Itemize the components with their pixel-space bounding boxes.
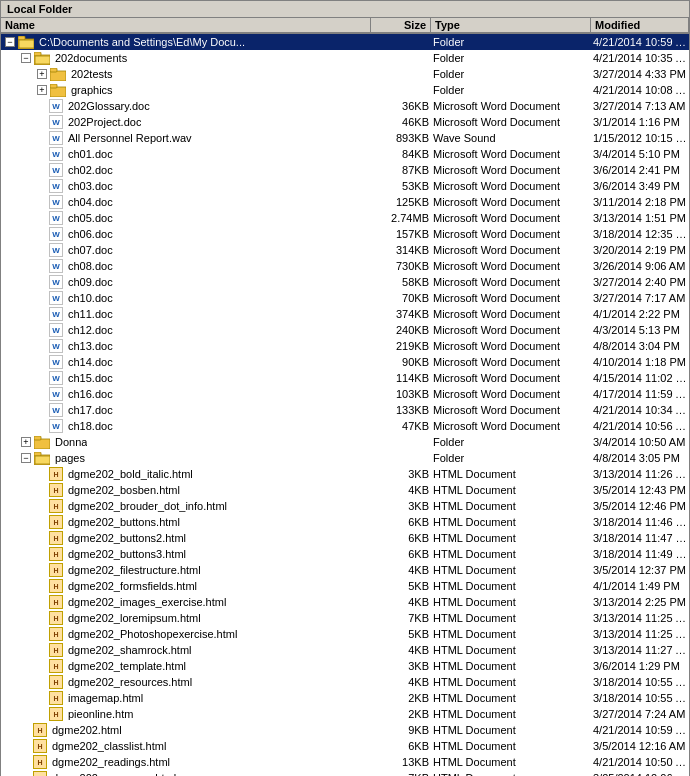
expand-button[interactable]: −: [21, 53, 31, 63]
file-size-cell: 70KB: [371, 292, 431, 304]
list-item[interactable]: Hpieonline.htm2KBHTML Document3/27/2014 …: [1, 706, 689, 722]
list-item[interactable]: Himagemap.html2KBHTML Document3/18/2014 …: [1, 690, 689, 706]
list-item[interactable]: Hdgme202_bold_italic.html3KBHTML Documen…: [1, 466, 689, 482]
list-item[interactable]: + graphicsFolder4/21/2014 10:08 AM: [1, 82, 689, 98]
list-item[interactable]: W202Glossary.doc36KBMicrosoft Word Docum…: [1, 98, 689, 114]
html-file-icon: H: [33, 739, 47, 753]
expand-button[interactable]: −: [21, 453, 31, 463]
file-modified-cell: 3/6/2014 3:49 PM: [591, 180, 689, 192]
list-item[interactable]: Wch18.doc47KBMicrosoft Word Document4/21…: [1, 418, 689, 434]
file-name-cell: − 202documents: [1, 51, 371, 65]
file-name-text: dgme202_buttons.html: [68, 516, 180, 528]
file-modified-cell: 4/1/2014 1:49 PM: [591, 580, 689, 592]
file-name-text: All Personnel Report.wav: [68, 132, 192, 144]
file-size-cell: 87KB: [371, 164, 431, 176]
list-item[interactable]: Wch15.doc114KBMicrosoft Word Document4/1…: [1, 370, 689, 386]
list-item[interactable]: Wch16.doc103KBMicrosoft Word Document4/1…: [1, 386, 689, 402]
file-type-cell: Microsoft Word Document: [431, 260, 591, 272]
file-type-cell: Folder: [431, 36, 591, 48]
file-modified-cell: 1/15/2012 10:15 PM: [591, 132, 689, 144]
list-item[interactable]: Wch05.doc2.74MBMicrosoft Word Document3/…: [1, 210, 689, 226]
list-item[interactable]: − C:\Documents and Settings\Ed\My Docu..…: [1, 34, 689, 50]
list-item[interactable]: Wch10.doc70KBMicrosoft Word Document3/27…: [1, 290, 689, 306]
file-size-cell: 7KB: [371, 612, 431, 624]
col-header-type[interactable]: Type: [431, 18, 591, 32]
file-modified-cell: 3/5/2014 12:16 AM: [591, 740, 689, 752]
list-item[interactable]: Hdgme202_buttons2.html6KBHTML Document3/…: [1, 530, 689, 546]
file-name-cell: Wch09.doc: [1, 275, 371, 289]
list-item[interactable]: Hdgme202_resources.html7KBHTML Document3…: [1, 770, 689, 776]
file-type-cell: Microsoft Word Document: [431, 292, 591, 304]
list-item[interactable]: Hdgme202_classlist.html6KBHTML Document3…: [1, 738, 689, 754]
file-type-cell: HTML Document: [431, 468, 591, 480]
list-item[interactable]: W202Project.doc46KBMicrosoft Word Docume…: [1, 114, 689, 130]
list-item[interactable]: Hdgme202_buttons3.html6KBHTML Document3/…: [1, 546, 689, 562]
file-name-text: dgme202_resources.html: [52, 772, 176, 776]
file-list[interactable]: − C:\Documents and Settings\Ed\My Docu..…: [1, 34, 689, 776]
list-item[interactable]: − 202documentsFolder4/21/2014 10:35 AM: [1, 50, 689, 66]
list-item[interactable]: WAll Personnel Report.wav893KBWave Sound…: [1, 130, 689, 146]
list-item[interactable]: Hdgme202_resources.html4KBHTML Document3…: [1, 674, 689, 690]
list-item[interactable]: Hdgme202_buttons.html6KBHTML Document3/1…: [1, 514, 689, 530]
html-file-icon: H: [33, 771, 47, 776]
expand-button[interactable]: +: [37, 85, 47, 95]
file-size-cell: 5KB: [371, 580, 431, 592]
list-item[interactable]: Wch12.doc240KBMicrosoft Word Document4/3…: [1, 322, 689, 338]
file-type-cell: HTML Document: [431, 660, 591, 672]
file-name-cell: + graphics: [1, 83, 371, 97]
expand-button[interactable]: +: [21, 437, 31, 447]
file-type-cell: HTML Document: [431, 628, 591, 640]
file-modified-cell: 3/18/2014 11:46 PM: [591, 516, 689, 528]
list-item[interactable]: Hdgme202_formsfields.html5KBHTML Documen…: [1, 578, 689, 594]
file-size-cell: 5KB: [371, 628, 431, 640]
file-type-cell: Microsoft Word Document: [431, 276, 591, 288]
word-doc-icon: W: [49, 227, 63, 241]
list-item[interactable]: Hdgme202_bosben.html4KBHTML Document3/5/…: [1, 482, 689, 498]
list-item[interactable]: Wch06.doc157KBMicrosoft Word Document3/1…: [1, 226, 689, 242]
file-name-text: ch05.doc: [68, 212, 113, 224]
list-item[interactable]: Hdgme202_brouder_dot_info.html3KBHTML Do…: [1, 498, 689, 514]
list-item[interactable]: Hdgme202_images_exercise.html4KBHTML Doc…: [1, 594, 689, 610]
list-item[interactable]: Hdgme202_template.html3KBHTML Document3/…: [1, 658, 689, 674]
list-item[interactable]: Hdgme202_loremipsum.html7KBHTML Document…: [1, 610, 689, 626]
file-name-text: Donna: [55, 436, 87, 448]
list-item[interactable]: Wch13.doc219KBMicrosoft Word Document4/8…: [1, 338, 689, 354]
html-file-icon: H: [49, 627, 63, 641]
html-file-icon: H: [49, 483, 63, 497]
list-item[interactable]: Wch01.doc84KBMicrosoft Word Document3/4/…: [1, 146, 689, 162]
list-item[interactable]: Hdgme202.html9KBHTML Document4/21/2014 1…: [1, 722, 689, 738]
list-item[interactable]: Wch07.doc314KBMicrosoft Word Document3/2…: [1, 242, 689, 258]
file-size-cell: 893KB: [371, 132, 431, 144]
expand-button[interactable]: −: [5, 37, 15, 47]
list-item[interactable]: + DonnaFolder3/4/2014 10:50 AM: [1, 434, 689, 450]
list-item[interactable]: Wch11.doc374KBMicrosoft Word Document4/1…: [1, 306, 689, 322]
list-item[interactable]: Hdgme202_filestructure.html4KBHTML Docum…: [1, 562, 689, 578]
file-name-cell: Hdgme202_brouder_dot_info.html: [1, 499, 371, 513]
expand-button[interactable]: +: [37, 69, 47, 79]
word-doc-icon: W: [49, 99, 63, 113]
panel-header: Local Folder: [1, 1, 689, 18]
col-header-size[interactable]: Size: [371, 18, 431, 32]
list-item[interactable]: Hdgme202_Photoshopexercise.html5KBHTML D…: [1, 626, 689, 642]
file-size-cell: 84KB: [371, 148, 431, 160]
file-type-cell: Microsoft Word Document: [431, 324, 591, 336]
list-item[interactable]: Wch03.doc53KBMicrosoft Word Document3/6/…: [1, 178, 689, 194]
file-modified-cell: 3/5/2014 12:43 PM: [591, 484, 689, 496]
list-item[interactable]: Hdgme202_shamrock.html4KBHTML Document3/…: [1, 642, 689, 658]
list-item[interactable]: Wch17.doc133KBMicrosoft Word Document4/2…: [1, 402, 689, 418]
list-item[interactable]: Wch04.doc125KBMicrosoft Word Document3/1…: [1, 194, 689, 210]
list-item[interactable]: Wch08.doc730KBMicrosoft Word Document3/2…: [1, 258, 689, 274]
list-item[interactable]: + 202testsFolder3/27/2014 4:33 PM: [1, 66, 689, 82]
list-item[interactable]: Wch14.doc90KBMicrosoft Word Document4/10…: [1, 354, 689, 370]
list-item[interactable]: − pagesFolder4/8/2014 3:05 PM: [1, 450, 689, 466]
file-size-cell: 7KB: [371, 772, 431, 776]
file-modified-cell: 3/4/2014 5:10 PM: [591, 148, 689, 160]
col-header-name[interactable]: Name: [1, 18, 371, 32]
file-name-cell: Wch18.doc: [1, 419, 371, 433]
file-size-cell: 36KB: [371, 100, 431, 112]
list-item[interactable]: Hdgme202_readings.html13KBHTML Document4…: [1, 754, 689, 770]
file-name-cell: WAll Personnel Report.wav: [1, 131, 371, 145]
list-item[interactable]: Wch09.doc58KBMicrosoft Word Document3/27…: [1, 274, 689, 290]
col-header-modified[interactable]: Modified: [591, 18, 689, 32]
list-item[interactable]: Wch02.doc87KBMicrosoft Word Document3/6/…: [1, 162, 689, 178]
